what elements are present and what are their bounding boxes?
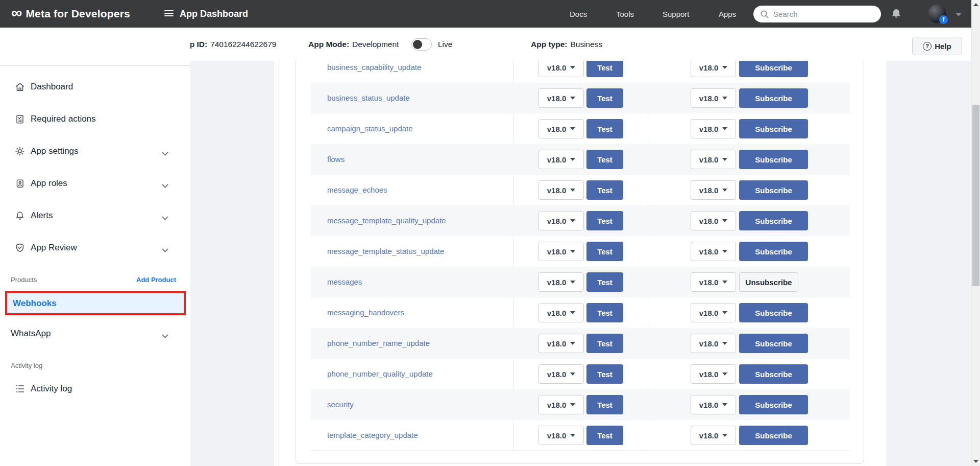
webhook-field-link[interactable]: phone_number_quality_update [327,359,433,389]
test-version-dropdown[interactable]: v18.0 [538,211,584,230]
subscribe-version-dropdown[interactable]: v18.0 [691,150,736,169]
test-button[interactable]: Test [586,242,623,261]
test-version-dropdown[interactable]: v18.0 [538,61,584,77]
webhook-field-link[interactable]: security [327,389,354,420]
scroll-up-arrow-icon[interactable] [973,3,978,6]
subscribe-button[interactable]: Subscribe [739,61,808,77]
subscribe-version-dropdown[interactable]: v18.0 [691,272,736,292]
nav-link-tools[interactable]: Tools [616,0,634,28]
webhook-field-link[interactable]: message_template_status_update [327,236,444,267]
help-button[interactable]: ? Help [912,37,962,55]
test-version-dropdown[interactable]: v18.0 [538,88,584,108]
webhook-field-link[interactable]: business_status_update [327,83,410,113]
webhook-field-link[interactable]: phone_number_name_update [327,328,430,359]
subscribe-version-dropdown[interactable]: v18.0 [691,334,736,353]
sidebar-item-activity-log[interactable]: Activity log [0,379,190,399]
chevron-down-icon [722,342,727,345]
search-box[interactable] [753,6,881,22]
test-button[interactable]: Test [586,150,623,169]
sidebar-item-dashboard[interactable]: Dashboard [0,77,190,97]
add-product-link[interactable]: Add Product [136,274,176,286]
app-mode-toggle[interactable] [411,38,432,51]
test-version-dropdown[interactable]: v18.0 [538,119,584,138]
scroll-down-arrow-icon[interactable] [973,460,978,463]
nav-link-apps[interactable]: Apps [719,0,736,28]
webhook-field-link[interactable]: campaign_status_update [327,113,413,144]
account-chevron-down-icon[interactable] [955,13,962,16]
subscribe-button[interactable]: Subscribe [739,303,808,322]
subscribe-button[interactable]: Subscribe [739,242,808,261]
subscribe-button[interactable]: Subscribe [739,364,808,384]
home-icon [14,81,26,92]
subscribe-button[interactable]: Subscribe [739,211,808,230]
search-input[interactable] [773,10,865,18]
test-version-dropdown[interactable]: v18.0 [538,426,584,445]
nav-link-docs[interactable]: Docs [570,0,587,28]
subscribe-version-dropdown[interactable]: v18.0 [691,211,736,230]
webhook-field-link[interactable]: message_template_quality_update [327,205,446,236]
test-button[interactable]: Test [586,364,623,384]
webhook-field-link[interactable]: flows [327,144,345,175]
subscribe-version-dropdown[interactable]: v18.0 [691,303,736,322]
app-dashboard-title[interactable]: App Dashboard [180,0,248,28]
subscribe-version-dropdown[interactable]: v18.0 [691,364,736,384]
test-version-dropdown[interactable]: v18.0 [538,395,584,414]
subscribe-version-dropdown[interactable]: v18.0 [691,119,736,138]
products-label: Products [11,274,37,286]
test-version-dropdown[interactable]: v18.0 [538,180,584,200]
test-button[interactable]: Test [586,119,623,138]
subscribe-button[interactable]: Subscribe [739,395,808,414]
test-button[interactable]: Test [586,180,623,200]
subscribe-version-dropdown[interactable]: v18.0 [691,395,736,414]
subscribe-button[interactable]: Subscribe [739,334,808,353]
sidebar-item-webhooks[interactable]: Webhooks [5,291,186,315]
test-version-dropdown[interactable]: v18.0 [538,364,584,384]
sidebar-item-label: Required actions [31,109,96,129]
subscribe-button[interactable]: Subscribe [739,150,808,169]
webhook-field-link[interactable]: message_echoes [327,175,387,205]
hamburger-menu-icon[interactable] [164,10,174,16]
subscribe-button[interactable]: Subscribe [739,426,808,445]
table-row: phone_number_name_updatev18.0Testv18.0Su… [311,328,850,359]
webhook-field-link[interactable]: messages [327,267,362,297]
test-version-dropdown[interactable]: v18.0 [538,334,584,353]
version-label: v18.0 [699,339,719,348]
test-button[interactable]: Test [586,272,623,292]
sidebar-item-app-review[interactable]: App Review [0,238,190,258]
sidebar-item-app-roles[interactable]: App roles [0,173,190,194]
window-scrollbar[interactable] [971,0,980,466]
test-version-dropdown[interactable]: v18.0 [538,150,584,169]
test-version-dropdown[interactable]: v18.0 [538,303,584,322]
unsubscribe-button[interactable]: Unsubscribe [739,272,798,292]
sidebar-item-whatsapp[interactable]: WhatsApp [0,323,190,344]
subscribe-button[interactable]: Subscribe [739,180,808,200]
test-version-dropdown[interactable]: v18.0 [538,272,584,292]
test-button[interactable]: Test [586,211,623,230]
test-button[interactable]: Test [586,426,623,445]
avatar[interactable]: f [928,5,946,23]
webhook-field-link[interactable]: template_category_update [327,420,418,451]
subscribe-version-dropdown[interactable]: v18.0 [691,180,736,200]
test-button[interactable]: Test [586,395,623,414]
subscribe-version-dropdown[interactable]: v18.0 [691,242,736,261]
test-version-dropdown[interactable]: v18.0 [538,242,584,261]
scrollbar-thumb[interactable] [972,105,979,286]
webhook-field-link[interactable]: messaging_handovers [327,297,404,328]
subscribe-button[interactable]: Subscribe [739,119,808,138]
test-button[interactable]: Test [586,61,623,77]
test-button[interactable]: Test [586,88,623,108]
sidebar-item-required-actions[interactable]: Required actions [0,109,190,129]
question-mark-icon: ? [923,42,932,51]
meta-developers-logo[interactable]: ∞ Meta for Developers [11,0,130,28]
subscribe-version-dropdown[interactable]: v18.0 [691,88,736,108]
subscribe-button[interactable]: Subscribe [739,88,808,108]
sidebar-item-alerts[interactable]: Alerts [0,205,190,226]
subscribe-version-dropdown[interactable]: v18.0 [691,61,736,77]
subscribe-version-dropdown[interactable]: v18.0 [691,426,736,445]
test-button[interactable]: Test [586,334,623,353]
nav-link-support[interactable]: Support [663,0,690,28]
test-button[interactable]: Test [586,303,623,322]
sidebar-item-app-settings[interactable]: App settings [0,141,190,161]
webhook-field-link[interactable]: business_capability_update [327,61,421,83]
notifications-bell-icon[interactable] [890,8,902,20]
